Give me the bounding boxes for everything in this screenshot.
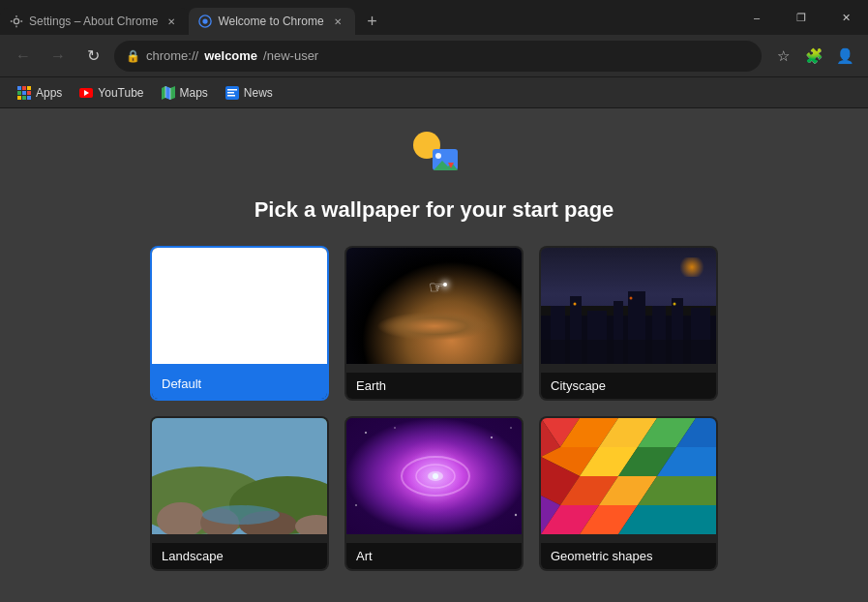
url-bar[interactable]: 🔒 chrome://welcome/new-user — [114, 41, 762, 72]
svg-point-47 — [202, 505, 280, 525]
url-scheme: chrome:// — [146, 48, 198, 63]
svg-rect-4 — [22, 86, 26, 90]
wallpaper-default-label: Default — [152, 364, 327, 401]
wallpaper-earth[interactable]: ☞ Earth — [344, 246, 524, 401]
bookmark-youtube[interactable]: YouTube — [72, 82, 151, 104]
wallpaper-art-image — [346, 418, 522, 534]
wallpaper-art[interactable]: Art — [344, 416, 524, 571]
bookmark-apps-label: Apps — [36, 86, 62, 100]
svg-point-2 — [203, 18, 208, 23]
svg-point-24 — [435, 153, 441, 159]
minimize-button[interactable]: – — [734, 0, 779, 35]
tab-welcome-label: Welcome to Chrome — [218, 15, 323, 28]
svg-point-52 — [433, 473, 438, 479]
wallpaper-geometric[interactable]: Geometric shapes — [539, 416, 718, 571]
reload-button[interactable]: ↻ — [79, 43, 106, 70]
svg-rect-10 — [22, 96, 26, 100]
svg-rect-5 — [27, 86, 31, 90]
svg-rect-19 — [227, 89, 237, 91]
page-title: Pick a wallpaper for your start page — [254, 197, 614, 223]
cityscape-buildings — [541, 286, 716, 364]
svg-rect-21 — [227, 95, 235, 97]
landscape-svg — [152, 418, 327, 534]
account-button[interactable]: 👤 — [831, 43, 858, 70]
security-icon: 🔒 — [126, 49, 140, 63]
svg-point-49 — [402, 457, 469, 496]
svg-point-57 — [355, 504, 357, 506]
svg-point-38 — [630, 297, 633, 300]
tab-settings-close[interactable]: ✕ — [164, 14, 179, 29]
window-controls: – ❐ ✕ — [734, 0, 868, 35]
wallpaper-landscape-image — [152, 418, 327, 534]
svg-rect-8 — [27, 91, 31, 95]
svg-rect-11 — [27, 96, 31, 100]
news-icon — [225, 86, 239, 100]
svg-point-39 — [673, 303, 676, 306]
youtube-icon — [79, 86, 93, 100]
svg-rect-48 — [346, 418, 522, 534]
bookmark-news-label: News — [244, 86, 273, 100]
restore-button[interactable]: ❐ — [779, 0, 823, 35]
close-button[interactable]: ✕ — [823, 0, 868, 35]
tab-settings[interactable]: Settings – About Chrome ✕ — [0, 8, 189, 35]
wallpaper-geometric-label: Geometric shapes — [541, 543, 716, 569]
bookmark-news[interactable]: News — [218, 82, 281, 104]
wallpaper-landscape-label: Landscape — [152, 543, 327, 569]
title-bar: Settings – About Chrome ✕ Welcome to Chr… — [0, 0, 868, 35]
url-path: /new-user — [263, 48, 318, 63]
back-button[interactable]: ← — [10, 43, 37, 70]
svg-rect-36 — [541, 340, 716, 364]
cityscape-lights — [677, 257, 706, 277]
svg-point-37 — [574, 303, 577, 306]
cursor: ☞ — [429, 277, 444, 298]
apps-icon — [17, 86, 31, 100]
svg-rect-3 — [17, 86, 21, 90]
wallpaper-landscape[interactable]: Landscape — [150, 416, 329, 571]
tabs-area: Settings – About Chrome ✕ Welcome to Chr… — [0, 8, 734, 35]
settings-tab-icon — [10, 15, 23, 28]
wallpaper-earth-image: ☞ — [346, 248, 522, 364]
svg-point-54 — [394, 427, 396, 429]
main-content: Pick a wallpaper for your start page Def… — [0, 108, 868, 602]
svg-point-55 — [491, 436, 493, 438]
tab-welcome-close[interactable]: ✕ — [330, 14, 345, 29]
svg-rect-7 — [22, 91, 26, 95]
svg-point-51 — [428, 471, 443, 481]
forward-button[interactable]: → — [45, 43, 72, 70]
bookmark-maps[interactable]: Maps — [154, 82, 216, 104]
new-tab-button[interactable]: + — [359, 8, 386, 35]
url-host: welcome — [204, 48, 257, 63]
svg-rect-6 — [17, 91, 21, 95]
bookmarks-bar: Apps YouTube Maps — [0, 77, 868, 108]
wallpaper-header-icon — [405, 128, 464, 186]
svg-point-53 — [365, 432, 367, 434]
geometric-svg — [541, 418, 716, 534]
bookmark-apps[interactable]: Apps — [10, 82, 70, 104]
bookmark-maps-label: Maps — [180, 86, 208, 100]
tab-welcome[interactable]: Welcome to Chrome ✕ — [189, 8, 354, 35]
wallpaper-cityscape-label: Cityscape — [541, 373, 716, 399]
tab-settings-label: Settings – About Chrome — [29, 15, 158, 28]
earth-star — [443, 283, 447, 286]
wallpaper-cityscape[interactable]: Cityscape Techdows — [539, 246, 718, 401]
extensions-button[interactable]: 🧩 — [800, 43, 827, 70]
omnibar: ← → ↻ 🔒 chrome://welcome/new-user ☆ 🧩 👤 — [0, 35, 868, 77]
wallpaper-earth-label: Earth — [346, 373, 522, 399]
svg-rect-9 — [17, 96, 21, 100]
chrome-tab-icon — [198, 15, 212, 28]
wallpaper-grid: Default ☞ Earth — [150, 246, 718, 571]
wallpaper-default-image — [152, 248, 327, 364]
wallpaper-art-label: Art — [346, 543, 522, 569]
wallpaper-geometric-image — [541, 418, 716, 534]
svg-point-0 — [14, 18, 18, 23]
svg-marker-15 — [165, 86, 170, 100]
bookmark-star-button[interactable]: ☆ — [769, 43, 796, 70]
svg-point-50 — [416, 465, 455, 488]
art-svg — [346, 418, 522, 534]
svg-rect-20 — [227, 92, 234, 94]
wallpaper-cityscape-image — [541, 248, 716, 364]
maps-icon — [162, 86, 175, 100]
svg-point-58 — [515, 514, 517, 516]
bookmark-youtube-label: YouTube — [98, 86, 143, 100]
wallpaper-default[interactable]: Default — [150, 246, 329, 401]
